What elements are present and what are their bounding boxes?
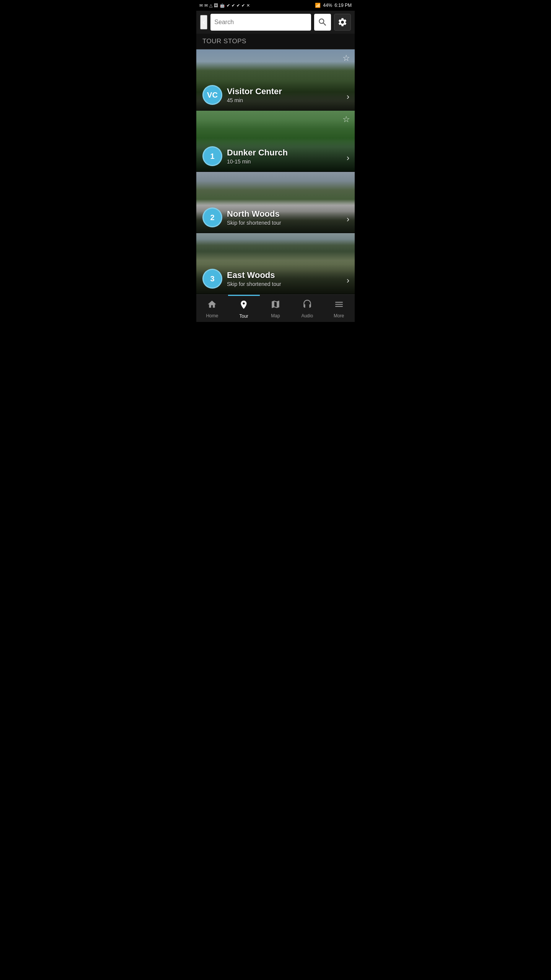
settings-button[interactable] [334, 14, 351, 31]
header: ‹ [196, 11, 355, 34]
nav-item-home[interactable]: Home [196, 295, 228, 322]
check2-icon: ✔ [231, 3, 235, 8]
status-bar: ✉ ✉ △ 🖼 🤖 ✔ ✔ ✔ ✔ ✕ 📶 44% 6:19 PM [196, 0, 355, 11]
nav-item-audio[interactable]: Audio [291, 295, 323, 322]
stop-name-3: East Woods [227, 270, 336, 280]
nav-item-more[interactable]: More [323, 295, 355, 322]
check4-icon: ✔ [241, 3, 245, 8]
gmail-icon: ✉ [199, 3, 203, 8]
stop-badge-3: 3 [202, 269, 222, 289]
chevron-right-3: › [347, 276, 349, 286]
chevron-right-1: › [347, 153, 349, 163]
nav-item-map[interactable]: Map [260, 295, 292, 322]
nav-icon-tour [239, 300, 249, 312]
search-icon [318, 17, 328, 27]
nav-label-audio: Audio [301, 313, 313, 318]
card-content-1: 1 Dunker Church 10-15 min [196, 142, 355, 172]
chevron-right-vc: › [347, 92, 349, 102]
stop-info-2: North Woods Skip for shortened tour [227, 209, 336, 226]
time-text: 6:19 PM [334, 3, 352, 8]
wifi-icon: 📶 [315, 3, 321, 8]
tour-stop-3[interactable]: 3 East Woods Skip for shortened tour › [196, 233, 355, 294]
stop-subtitle-3: Skip for shortened tour [227, 281, 336, 287]
card-content-2: 2 North Woods Skip for shortened tour [196, 203, 355, 233]
star-button-1[interactable]: ☆ [342, 114, 350, 124]
tour-list: ☆ VC Visitor Center 45 min › ☆ 1 Dunker … [196, 49, 355, 294]
tour-stop-2[interactable]: 2 North Woods Skip for shortened tour › [196, 172, 355, 233]
section-header: TOUR STOPS [196, 34, 355, 49]
stop-badge-1: 1 [202, 146, 222, 166]
nav-icon-map [271, 299, 280, 312]
stop-info-1: Dunker Church 10-15 min [227, 148, 336, 165]
stop-name-2: North Woods [227, 209, 336, 219]
nav-icon-home [207, 299, 217, 312]
settings-icon [337, 17, 347, 27]
card-content-3: 3 East Woods Skip for shortened tour [196, 264, 355, 294]
status-right: 📶 44% 6:19 PM [315, 3, 352, 8]
stop-name-vc: Visitor Center [227, 87, 336, 96]
stop-subtitle-1: 10-15 min [227, 158, 336, 165]
nav-label-map: Map [271, 313, 280, 318]
bottom-nav: Home Tour Map Audio More [196, 294, 355, 322]
back-button[interactable]: ‹ [200, 15, 207, 29]
stop-info-3: East Woods Skip for shortened tour [227, 270, 336, 287]
android-icon: 🤖 [220, 3, 225, 8]
nav-label-home: Home [206, 313, 218, 318]
stop-subtitle-2: Skip for shortened tour [227, 220, 336, 226]
card-content-vc: VC Visitor Center 45 min [196, 80, 355, 110]
check3-icon: ✔ [236, 3, 240, 8]
x-icon: ✕ [246, 3, 250, 8]
nav-icon-more [334, 299, 344, 312]
stop-subtitle-vc: 45 min [227, 97, 336, 103]
tour-stop-vc[interactable]: ☆ VC Visitor Center 45 min › [196, 49, 355, 111]
star-button-vc[interactable]: ☆ [342, 53, 350, 63]
status-icons: ✉ ✉ △ 🖼 🤖 ✔ ✔ ✔ ✔ ✕ [199, 3, 250, 8]
nav-item-tour[interactable]: Tour [228, 295, 260, 322]
nav-label-more: More [334, 313, 344, 318]
stop-badge-vc: VC [202, 85, 222, 105]
photos-icon: 🖼 [214, 3, 218, 8]
stop-info-vc: Visitor Center 45 min [227, 87, 336, 103]
check1-icon: ✔ [227, 3, 230, 8]
nav-label-tour: Tour [240, 314, 248, 319]
chevron-right-2: › [347, 214, 349, 224]
stop-name-1: Dunker Church [227, 148, 336, 158]
tour-stop-1[interactable]: ☆ 1 Dunker Church 10-15 min › [196, 111, 355, 172]
search-button[interactable] [314, 14, 331, 31]
battery-text: 44% [323, 3, 332, 8]
search-box [210, 14, 311, 31]
gmail2-icon: ✉ [204, 3, 208, 8]
search-input[interactable] [214, 19, 307, 26]
nav-icon-audio [302, 299, 312, 312]
stop-badge-2: 2 [202, 207, 222, 227]
drive-icon: △ [209, 3, 212, 8]
